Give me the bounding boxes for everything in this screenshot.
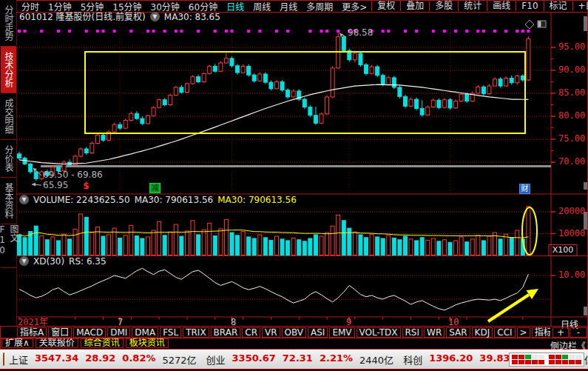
period-tab-更多>[interactable]: 更多> xyxy=(337,0,371,13)
minimap-group xyxy=(549,355,581,364)
indicator-tab-VOL-TDX[interactable]: VOL-TDX xyxy=(356,327,401,338)
zoom-out-button[interactable]: - xyxy=(570,327,587,338)
period-tab-分时[interactable]: 分时 xyxy=(17,0,44,13)
volume-unit-label: X100 xyxy=(550,245,576,255)
indicator-tab-FSL[interactable]: FSL xyxy=(160,327,181,338)
indicator-tab->[interactable]: > xyxy=(517,327,530,338)
market-minimap[interactable] xyxy=(509,352,584,367)
indicator-tab-SAR[interactable]: SAR xyxy=(446,327,470,338)
period-tab-1分钟[interactable]: 1分钟 xyxy=(44,0,76,13)
chevron-down-icon[interactable]: ▼ xyxy=(19,195,29,204)
price-tick-80.00: 80.00 xyxy=(558,111,585,121)
toolbar-action-多股[interactable]: 多股 xyxy=(429,1,458,11)
reduce-holding-icon[interactable]: 减 xyxy=(149,183,160,193)
info-tab-板块资讯[interactable]: 板块资讯 xyxy=(126,338,169,348)
period-tab-日线[interactable]: 日线 xyxy=(222,0,249,13)
period-tab-多周期[interactable]: 多周期 xyxy=(302,0,337,13)
indicator-tab-KDJ[interactable]: KDJ xyxy=(472,327,493,338)
sidebar-item-基本资料[interactable]: 基本资料 xyxy=(1,178,16,224)
period-tab-周线[interactable]: 周线 xyxy=(249,0,275,13)
price-tick-95.00: 95.00 xyxy=(558,42,585,52)
sidebar-item-图文F10[interactable]: 图文F10 xyxy=(1,224,16,268)
indicator-tab-CR[interactable]: CR xyxy=(242,327,260,338)
indicator-tab-DMA[interactable]: DMA xyxy=(132,327,158,338)
period-tab-5分钟[interactable]: 5分钟 xyxy=(76,0,109,13)
period-tab-30分钟[interactable]: 30分钟 xyxy=(146,0,184,13)
toolbar-action-叠加[interactable]: 叠加 xyxy=(400,1,429,11)
chevron-down-icon[interactable]: ▼ xyxy=(19,256,29,266)
trading-app-window: 分时1分钟5分钟15分钟30分钟60分钟日线周线月线多周期更多> 复权叠加多股统… xyxy=(0,0,588,371)
volume-value: VOLUME: 2243625.50 xyxy=(33,195,130,204)
index-name: 科创 xyxy=(403,352,422,367)
index-change: 28.92 xyxy=(85,352,115,367)
index-name: 创业 xyxy=(206,352,226,367)
sidebar-item-分时走势[interactable]: 分时走势 xyxy=(1,0,16,47)
indicator-tab-指标A[interactable]: 指标A xyxy=(17,327,47,338)
top-toolbar: 分时1分钟5分钟15分钟30分钟60分钟日线周线月线多周期更多> 复权叠加多股统… xyxy=(17,0,588,12)
price-tick-90.00: 90.00 xyxy=(558,65,585,75)
indicator-tab-EMV[interactable]: EMV xyxy=(329,327,354,338)
gap-zone-label: 69.50 - 69.86 xyxy=(43,170,103,179)
indicator-tab-指标B[interactable]: 指标B xyxy=(532,327,550,338)
volume-tick-20000: 20000 xyxy=(558,207,585,216)
stock-title: 601012 隆基股份(日线.前复权) xyxy=(19,13,146,21)
ma30-value: MA30: 83.65 xyxy=(164,13,220,21)
indicator-tab-CCI[interactable]: CCI xyxy=(494,327,515,338)
price-tick-70.00: 70.00 xyxy=(558,157,585,167)
indicator-tab-ASI[interactable]: ASI xyxy=(308,327,328,338)
info-tabs: 扩展∧关联报价综合资讯板块资讯 xyxy=(1,338,549,348)
index-quotes: 上证3547.3428.920.82%5272亿创业3350.6772.312.… xyxy=(9,352,588,367)
volume-header: ▼ VOLUME: 2243625.50 MA30: 790613.56 MA3… xyxy=(19,195,297,204)
info-tab-关联报价[interactable]: 关联报价 xyxy=(36,338,78,348)
sidebar-item-成交明细[interactable]: 成交明细 xyxy=(1,93,16,140)
sidebar-item-技术分析[interactable]: 技术分析 xyxy=(1,47,16,93)
finance-report-icon[interactable]: 财 xyxy=(519,184,530,194)
toolbar-action-复权[interactable]: 复权 xyxy=(371,1,400,11)
zoom-in-button[interactable]: + xyxy=(552,327,569,338)
index-name: 上证 xyxy=(9,352,28,367)
period-tab-60分钟[interactable]: 60分钟 xyxy=(184,0,222,13)
index-change: 72.31 xyxy=(283,352,313,367)
indicator-tab-窗口[interactable]: 窗口 xyxy=(48,327,72,338)
indicator-tab-OBV[interactable]: OBV xyxy=(282,327,307,338)
toolbar-action-画线[interactable]: 画线 xyxy=(487,1,516,11)
event-marker-icon[interactable]: $ xyxy=(81,181,91,190)
period-tab-15分钟[interactable]: 15分钟 xyxy=(108,0,146,13)
status-bar: 上证3547.3428.920.82%5272亿创业3350.6772.312.… xyxy=(0,350,588,369)
indicator-tab-MACD[interactable]: MACD xyxy=(73,327,106,338)
indicator-tab-DMI[interactable]: DMI xyxy=(107,327,130,338)
indicator-tab-VR[interactable]: VR xyxy=(262,327,280,338)
toolbar-action-F10[interactable]: F10 xyxy=(516,1,543,11)
price-tick-75.00: 75.00 xyxy=(558,134,585,144)
xd-tick-10.00: 10.00 xyxy=(558,270,585,280)
period-tabs: 分时1分钟5分钟15分钟30分钟60分钟日线周线月线多周期更多> xyxy=(17,0,371,13)
index-pct: 0.82% xyxy=(122,352,155,367)
chevron-down-icon[interactable]: ▼ xyxy=(150,12,160,21)
index-amount: 2440亿 xyxy=(359,352,393,367)
period-tab-月线[interactable]: 月线 xyxy=(275,0,302,13)
volume-ma2: MA30: 790613.56 xyxy=(217,195,297,204)
chart-header: 601012 隆基股份(日线.前复权) ▼ MA30: 83.65 xyxy=(19,12,220,21)
info-tab-综合资讯[interactable]: 综合资讯 xyxy=(81,338,124,348)
minimap-group xyxy=(512,355,544,364)
volume-tick-10000: 10000 xyxy=(558,229,585,238)
indicator-tab-BRAR[interactable]: BRAR xyxy=(211,327,241,338)
sidebar-item-分价表[interactable]: 分价表 xyxy=(1,140,16,178)
index-value: 3350.67 xyxy=(232,352,276,367)
index-quote-创业: 创业3350.6772.312.21%2440亿 xyxy=(206,352,394,367)
info-tab-扩展∧[interactable]: 扩展∧ xyxy=(1,338,33,348)
xd-header: ▼ XD(30) RS: 6.35 xyxy=(19,256,107,266)
toolbar-action-统计[interactable]: 统计 xyxy=(458,1,487,11)
xd-title: XD(30) xyxy=(33,257,64,266)
toolbar-action-+自选[interactable]: +自选 xyxy=(572,1,588,11)
indicator-tabs: 指标A窗口MACDDMIDMAFSLTRIXBRARCRVROBVASIEMVV… xyxy=(17,327,550,338)
toolbar-actions: 复权叠加多股统计画线F10标记+自选返回 xyxy=(371,0,588,12)
indicator-tab-TRIX[interactable]: TRIX xyxy=(183,327,209,338)
low-price-label: 65.95 xyxy=(43,181,68,190)
index-value: 3547.34 xyxy=(35,352,78,367)
toolbar-action-标记[interactable]: 标记 xyxy=(544,1,572,11)
indicator-tab-RSI[interactable]: RSI xyxy=(402,327,423,338)
left-sidebar: 分时走势技术分析成交明细分价表基本资料图文F10 xyxy=(0,0,16,326)
indicator-tab-WR[interactable]: WR xyxy=(424,327,445,338)
app-icon[interactable] xyxy=(3,352,4,366)
